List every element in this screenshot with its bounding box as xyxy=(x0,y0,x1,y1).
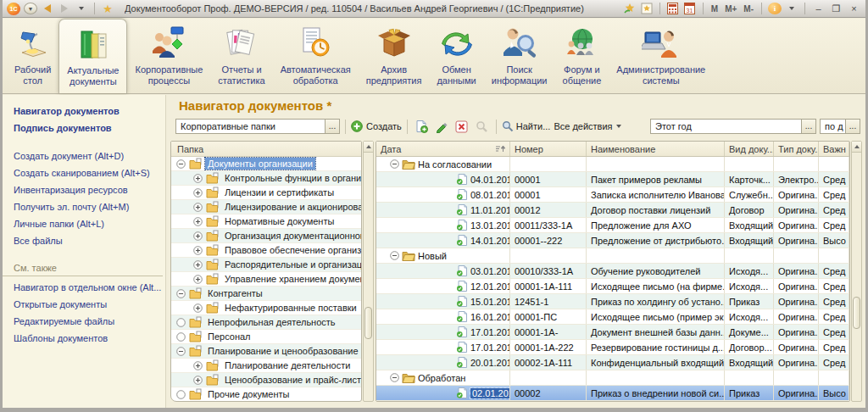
tree-row[interactable]: Ценообразование и прайс-листы xyxy=(171,373,361,387)
tree-row[interactable]: Нормативные документы xyxy=(171,214,361,229)
service-dropdown[interactable] xyxy=(785,2,798,15)
tree-row[interactable]: Лицензирование и акционирование xyxy=(171,200,361,214)
column-header-4[interactable]: Тип доку... xyxy=(774,142,819,156)
expander-minus-icon[interactable] xyxy=(390,373,399,382)
sidebar-item[interactable]: Подпись документов xyxy=(3,120,165,136)
all-actions-button[interactable]: Все действия xyxy=(554,121,620,131)
tree-item-label[interactable]: Контрольные функции в организа... xyxy=(222,172,361,184)
tree-row[interactable]: Планирование деятельности xyxy=(171,359,361,373)
expander-plus-icon[interactable] xyxy=(193,188,203,198)
sidebar-item[interactable]: Редактируемые файлы xyxy=(3,313,165,330)
tree-item-label[interactable]: Лицензии и сертификаты xyxy=(222,187,337,198)
expander-plus-icon[interactable] xyxy=(193,174,203,183)
table-scroll-thumb[interactable] xyxy=(853,297,860,329)
scroll-up-icon[interactable] xyxy=(852,142,861,153)
tree-item-label[interactable]: Непрофильная деятельность xyxy=(205,316,338,328)
section-tab-desk-lamp[interactable]: Рабочий стол xyxy=(7,19,58,93)
expander-plus-icon[interactable] xyxy=(193,303,203,313)
table-group-row[interactable]: Обработан xyxy=(376,370,849,386)
find-button[interactable]: Найти... xyxy=(502,120,551,132)
folder-filter-input[interactable]: Корпоративные папки xyxy=(175,119,325,134)
period-input[interactable]: Этот год xyxy=(650,119,801,134)
tree-column-header[interactable]: Папка xyxy=(171,142,361,157)
tree-item-label[interactable]: Распорядительные и организацио... xyxy=(222,259,361,270)
tree-item-label[interactable]: Нормативные документы xyxy=(222,215,337,227)
sidebar-item[interactable]: Создать сканированием (Alt+S) xyxy=(3,164,165,181)
info-icon[interactable]: i xyxy=(768,3,782,14)
folder-filter-choose-button[interactable]: ... xyxy=(325,119,340,134)
expander-plus-icon[interactable] xyxy=(193,217,203,226)
expander-plus-icon[interactable] xyxy=(193,376,203,385)
sidebar-item[interactable]: Личные папки (Alt+L) xyxy=(3,215,165,232)
expander-plus-icon[interactable] xyxy=(193,203,203,212)
scroll-up-icon[interactable] xyxy=(364,142,373,153)
table-row[interactable]: 03.01.2011 19:2...00010/333-1АОбучение р… xyxy=(376,264,849,279)
favorites-manage-button[interactable] xyxy=(640,2,654,15)
favorites-star-icon[interactable]: ★ xyxy=(101,2,114,15)
tree-scrollbar[interactable] xyxy=(363,141,374,402)
section-tab-archive-box[interactable]: Архив предприятия xyxy=(359,19,430,93)
table-scrollbar[interactable] xyxy=(851,141,862,402)
section-tab-data-exchange[interactable]: Обмен данными xyxy=(429,19,483,93)
section-tab-forum-globe[interactable]: Форум и общение xyxy=(555,19,609,93)
expander-plus-icon[interactable] xyxy=(193,275,203,284)
table-row[interactable]: 16.01.2011 02:5...00001-ПСИсходящее пись… xyxy=(376,309,849,325)
table-row[interactable]: 20.01.2011 09:2...00002-1А-111Конфиденци… xyxy=(376,355,849,370)
tree-item-label[interactable]: Планирование и ценообразование xyxy=(205,345,361,357)
expander-plus-icon[interactable] xyxy=(193,231,203,241)
memory-subtract-button[interactable]: M- xyxy=(742,4,755,14)
tree-row[interactable]: Организация документационного ... xyxy=(171,229,361,243)
expander-minus-icon[interactable] xyxy=(390,159,399,169)
column-header-2[interactable]: Наименование xyxy=(587,142,725,156)
column-header-0[interactable]: Дата xyxy=(376,142,510,156)
sidebar-item[interactable]: Инвентаризация ресурсов xyxy=(3,181,165,198)
tree-item-label[interactable]: Контрагенты xyxy=(205,287,265,299)
table-row[interactable]: 12.01.2011 21:0...00001-1А-111Исходящее … xyxy=(376,279,849,294)
sidebar-item[interactable]: Получить эл. почту (Alt+M) xyxy=(3,198,165,215)
create-button[interactable]: Создать xyxy=(351,120,402,132)
tree-item-label[interactable]: Управление хранением документов xyxy=(222,273,361,285)
expander-plus-icon[interactable] xyxy=(193,260,203,270)
tree-item-label[interactable]: Организация документационного ... xyxy=(222,230,361,242)
tree-item-label[interactable]: Лицензирование и акционирование xyxy=(222,201,361,213)
tree-row[interactable]: Непрофильная деятельность xyxy=(171,315,361,330)
column-header-5[interactable]: Важн xyxy=(819,142,849,156)
1c-logo-icon[interactable]: 1С xyxy=(7,3,20,15)
delete-button[interactable] xyxy=(453,119,470,134)
section-tab-admin-laptop[interactable]: Администрирование системы xyxy=(609,19,713,93)
sidebar-item[interactable]: Все файлы xyxy=(3,232,165,249)
tree-row[interactable]: Прочие документы xyxy=(171,387,361,401)
tree-item-label[interactable]: Прочие документы xyxy=(205,388,292,400)
add-document-button[interactable] xyxy=(413,119,430,134)
expander-minus-icon[interactable] xyxy=(176,347,186,356)
expander-minus-icon[interactable] xyxy=(176,159,186,169)
sidebar-item[interactable]: Шаблоны документов xyxy=(3,330,165,347)
tree-row[interactable]: Планирование и ценообразование xyxy=(171,344,361,359)
section-tab-reports[interactable]: Отчеты и статистика xyxy=(210,19,272,93)
period-choose-button[interactable]: ... xyxy=(801,119,816,134)
edit-button[interactable] xyxy=(433,119,450,134)
expander-minus-icon[interactable] xyxy=(390,251,399,260)
tree-row[interactable]: Нефактурированные поставки xyxy=(171,301,361,315)
table-row[interactable]: 17.01.2011 15:5...00001-1А-222Резервиров… xyxy=(376,340,849,355)
tree-row[interactable]: Контрольные функции в организа... xyxy=(171,171,361,186)
maximize-button[interactable]: ❐ xyxy=(829,3,843,14)
table-group-row[interactable]: На согласовании xyxy=(376,157,849,172)
expander-plus-icon[interactable] xyxy=(193,361,203,370)
expander-plus-icon[interactable] xyxy=(193,246,203,255)
column-header-1[interactable]: Номер xyxy=(510,142,587,156)
sidebar-item[interactable]: Открытые документы xyxy=(3,296,165,313)
tree-item-label[interactable]: Документы организации xyxy=(205,158,315,170)
section-tab-auto-processing[interactable]: Автоматическая обработка xyxy=(273,19,359,93)
minimize-button[interactable]: – xyxy=(811,3,826,14)
tree-row[interactable]: Персонал xyxy=(171,330,361,344)
back-button[interactable] xyxy=(41,2,54,15)
period-to-input[interactable]: по д xyxy=(820,119,845,134)
table-row[interactable]: 08.01.2011 16:0...00001Записка исполните… xyxy=(376,187,849,203)
tree-item-label[interactable]: Персонал xyxy=(205,331,253,342)
section-tab-documents[interactable]: Актуальные документы xyxy=(58,19,127,93)
sidebar-item[interactable]: Навигатор в отдельном окне (Alt... xyxy=(3,279,165,296)
table-group-row[interactable]: Новый xyxy=(376,248,849,264)
table-row[interactable]: 13.01.2011 16:0...00011/333-1АПредложени… xyxy=(376,218,849,233)
clear-search-button[interactable] xyxy=(474,119,491,134)
